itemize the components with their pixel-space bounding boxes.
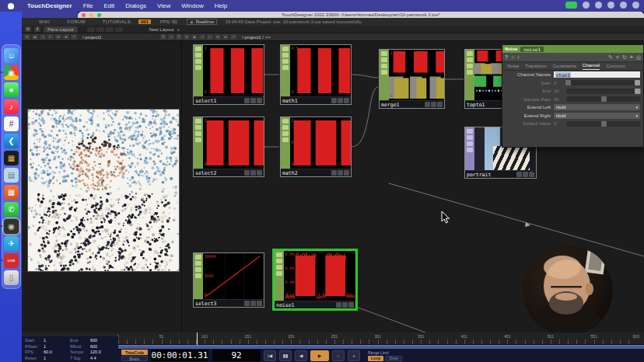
control-center-icon[interactable]	[607, 2, 614, 9]
bookmark-icon[interactable]: ★	[63, 34, 69, 40]
menu-help[interactable]: Help	[209, 2, 233, 9]
timeline-field-value[interactable]: 1	[44, 356, 64, 360]
dock-live-stream[interactable]: LIVE	[4, 253, 19, 268]
wiki-link[interactable]: WIKI	[39, 19, 50, 24]
param-tab-transform[interactable]: Transform	[525, 64, 546, 70]
help-icon[interactable]: ?	[505, 54, 508, 60]
save-layout-icon[interactable]: ⬇	[34, 26, 40, 32]
timeline-field-value[interactable]: 120.0	[90, 350, 101, 354]
merge1-lock-icon[interactable]	[431, 102, 436, 107]
select2-view-icon[interactable]	[244, 170, 250, 176]
node-select3[interactable]: 1000050000select3	[193, 252, 264, 308]
select3-lock-icon[interactable]	[250, 301, 256, 306]
noise1-view-icon[interactable]	[336, 302, 341, 308]
user-icon[interactable]	[620, 2, 627, 9]
enter-icon[interactable]: ⏎	[71, 34, 77, 40]
pane-stop-icon[interactable]: ■	[32, 34, 38, 40]
list-icon[interactable]: ≡	[616, 54, 619, 60]
operator-name-field[interactable]: noise1	[520, 47, 544, 52]
pane-stop-icon[interactable]: ■	[191, 34, 198, 40]
math1-view-icon[interactable]	[331, 98, 337, 103]
timeline-field-value[interactable]: 600	[90, 344, 97, 349]
refresh-icon[interactable]: ↻	[622, 54, 627, 61]
merge1-viewer[interactable]: 10	[389, 50, 444, 100]
step-back-button[interactable]: −	[332, 350, 345, 361]
portrait-lock-icon[interactable]	[523, 172, 528, 177]
layout-tabs[interactable]	[87, 27, 123, 32]
math2-expand-icon[interactable]	[344, 170, 349, 176]
select2-viewer[interactable]: 20	[203, 117, 264, 169]
param-slider[interactable]	[566, 80, 640, 85]
math2-lock-icon[interactable]	[338, 170, 343, 176]
dock-dark-grid-app[interactable]: ▦	[4, 151, 19, 165]
param-dropdown[interactable]: Hold▾	[554, 113, 640, 119]
beats-mode-button[interactable]: Beats	[121, 356, 148, 361]
select1-flags[interactable]	[194, 45, 203, 96]
edit-icon[interactable]: ✎	[608, 54, 613, 61]
display-icon[interactable]	[595, 2, 602, 9]
param-value-field[interactable]: chan1	[554, 71, 640, 78]
network-editor[interactable]: 10select10.50math110merge1topto120select…	[22, 41, 644, 332]
param-value[interactable]: 0	[554, 81, 566, 85]
noise1-viewer[interactable]: 0.800.600.400.20	[284, 251, 355, 301]
split-pane-icon[interactable]: □	[168, 34, 174, 40]
menu-file[interactable]: File	[78, 2, 99, 9]
pane-menu-icon[interactable]: ▾	[184, 34, 190, 40]
parameter-dialog-titlebar[interactable]: Noise noise1	[502, 45, 643, 53]
noise1-flags[interactable]	[275, 251, 284, 301]
param-value[interactable]: 60	[554, 97, 566, 102]
param-value[interactable]: 10	[554, 89, 566, 93]
select3-view-icon[interactable]	[244, 301, 250, 306]
math2-flags[interactable]	[281, 117, 290, 169]
loop-button[interactable]: Loop	[368, 356, 383, 361]
timeline-field-value[interactable]: 1	[44, 338, 64, 343]
timeline-field-value[interactable]: 4 4	[90, 356, 96, 360]
split-count-box2[interactable]: 0	[176, 34, 182, 40]
node-math2[interactable]: 10.50math2	[280, 117, 352, 177]
play-button[interactable]: ▶	[310, 350, 329, 361]
select1-lock-icon[interactable]	[250, 98, 256, 103]
target-icon[interactable]: ◎	[636, 54, 641, 61]
math1-viewer[interactable]: 0.50	[290, 45, 351, 96]
dock-finder[interactable]: ☺	[4, 48, 19, 63]
dock-slack[interactable]: #	[4, 117, 19, 131]
dock-vscode[interactable]: ❮	[4, 134, 19, 148]
pane-layout-button[interactable]: Pane Layout	[44, 26, 78, 33]
param-slider[interactable]	[566, 96, 640, 102]
param-tab-constraints[interactable]: Constraints	[552, 64, 576, 70]
select3-viewer[interactable]: 1000050000	[203, 253, 264, 299]
dock-preview-app[interactable]: ▤	[4, 168, 19, 183]
menu-edit[interactable]: Edit	[99, 2, 121, 9]
node-merge1[interactable]: 10merge1	[379, 49, 445, 109]
nav-back-icon[interactable]: ◁	[199, 34, 205, 40]
dock-messages[interactable]: ●	[4, 82, 19, 97]
timeline-field-value[interactable]: 60.0	[44, 350, 64, 354]
pane-path-left[interactable]: / project1	[82, 35, 102, 40]
add-layout-button[interactable]: +	[177, 27, 180, 32]
pause-button[interactable]: ▮▮	[279, 350, 292, 361]
dock-whatsapp[interactable]: ✆	[4, 202, 19, 217]
jump-to-start-button[interactable]: |◀	[264, 350, 276, 361]
math1-lock-icon[interactable]	[338, 98, 343, 103]
screen-recording-indicator-icon[interactable]	[565, 2, 577, 9]
merge1-flags[interactable]	[380, 50, 389, 100]
select1-viewer[interactable]: 10	[203, 45, 264, 96]
math1-expand-icon[interactable]	[344, 98, 349, 103]
portrait-flags[interactable]	[465, 127, 474, 170]
nav-add-icon[interactable]: ✛	[55, 34, 61, 40]
timeline-field-value[interactable]: 600	[90, 338, 97, 343]
timeline-field-value[interactable]: 1	[44, 344, 64, 349]
dock-chrome[interactable]: ◉	[4, 65, 19, 80]
once-button[interactable]: Once	[385, 356, 402, 361]
grid-layout-icon[interactable]: ⊞	[25, 26, 31, 32]
dock-music[interactable]: ♪	[4, 99, 19, 114]
nav-fwd-icon[interactable]: ▷	[207, 34, 213, 40]
tutorials-link[interactable]: TUTORIALS	[103, 19, 131, 24]
dock-grid-app-orange[interactable]: ▦	[4, 185, 19, 200]
pane-menu-icon[interactable]: ▾	[24, 34, 30, 40]
node-noise1[interactable]: 0.800.600.400.20noise1	[274, 250, 356, 309]
param-slider[interactable]	[566, 89, 640, 94]
nav-fwd-icon[interactable]: ▷	[47, 34, 54, 40]
timecode-mode-button[interactable]: TimeCode	[121, 350, 148, 355]
select1-expand-icon[interactable]	[257, 98, 262, 103]
